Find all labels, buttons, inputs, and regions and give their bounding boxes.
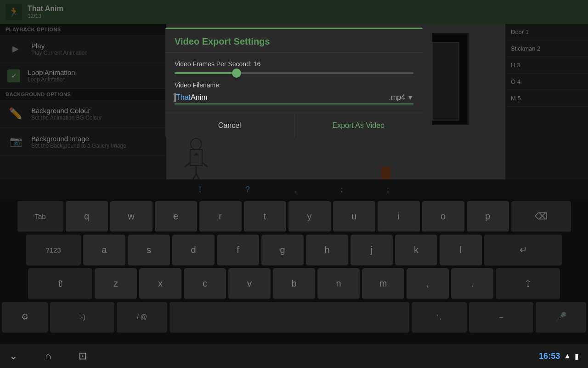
filename-extension: .mp4 [389, 93, 406, 102]
nav-recent-icon[interactable]: ⊡ [79, 350, 87, 362]
filename-container: That .mp4 ▼ [175, 93, 413, 104]
fps-slider-fill [175, 72, 237, 74]
fps-slider-thumb[interactable] [232, 69, 241, 78]
bottom-nav-left: ⌄ ⌂ ⊡ [9, 350, 87, 362]
bottom-bar: ⌄ ⌂ ⊡ 16:53 ▲ ▮ [0, 344, 588, 368]
dialog-body: Video Frames Per Second: 16 Video Filena… [165, 53, 423, 114]
bottom-status-right: 16:53 ▲ ▮ [539, 351, 579, 361]
dialog-title: Video Export Settings [165, 29, 423, 53]
cancel-button[interactable]: Cancel [165, 114, 294, 137]
filename-label: Video Filename: [175, 81, 413, 89]
nav-back-icon[interactable]: ⌄ [9, 350, 17, 362]
fps-label: Video Frames Per Second: 16 [175, 60, 413, 68]
filename-input[interactable] [191, 93, 389, 102]
clock: 16:53 [539, 351, 560, 361]
wifi-icon: ▲ [564, 352, 571, 360]
dialog-buttons: Cancel Export As Video [165, 114, 423, 137]
fps-slider-track[interactable] [175, 72, 413, 74]
nav-home-icon[interactable]: ⌂ [45, 350, 51, 362]
filename-dropdown[interactable]: ▼ [407, 94, 413, 101]
battery-icon: ▮ [575, 352, 579, 361]
dialog-overlay: Video Export Settings Video Frames Per S… [0, 0, 588, 368]
export-button[interactable]: Export As Video [294, 114, 423, 137]
video-export-dialog: Video Export Settings Video Frames Per S… [165, 28, 423, 137]
filename-selected: That [176, 93, 191, 102]
fps-slider-container [175, 72, 413, 74]
filename-cursor [175, 93, 175, 102]
